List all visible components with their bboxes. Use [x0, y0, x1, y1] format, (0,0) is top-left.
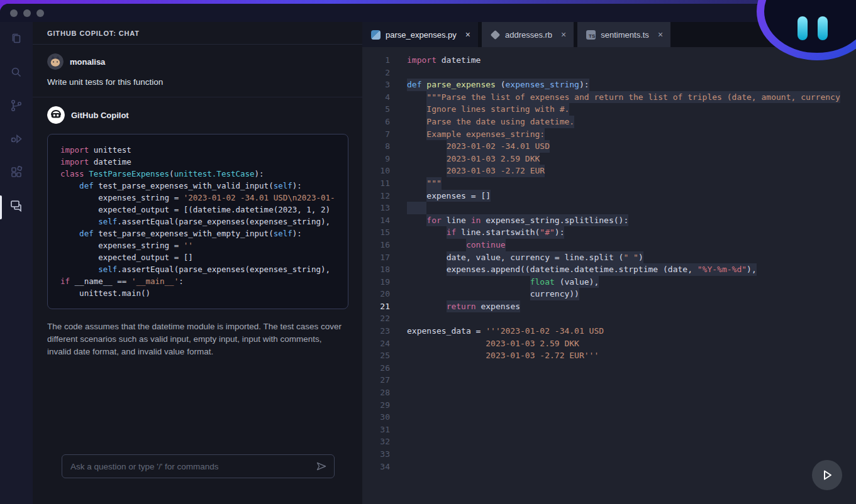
user-avatar — [47, 53, 64, 70]
tab-parse_expenses.py[interactable]: parse_expenses.py× — [362, 22, 478, 47]
tab-addresses.rb[interactable]: addresses.rb× — [482, 22, 574, 47]
editor-area: parse_expenses.py×addresses.rb×TSsentime… — [362, 22, 856, 504]
code-line: 3def parse_expenses (expenses_string): — [362, 79, 856, 91]
python-file-icon — [371, 30, 381, 40]
code-line: 28 — [362, 386, 856, 399]
line-number: 17 — [362, 251, 390, 264]
code-line: 20 currency)) — [362, 288, 856, 300]
git-branch-icon — [9, 98, 24, 113]
window-control-minimize[interactable] — [23, 9, 31, 17]
line-number: 13 — [362, 202, 390, 214]
tab-label: sentiments.ts — [601, 30, 649, 40]
chat-input[interactable] — [62, 454, 335, 478]
line-number: 33 — [362, 448, 390, 461]
assistant-explanation: The code assumes that the datetime modul… — [47, 320, 347, 358]
line-number: 14 — [362, 214, 390, 227]
code-line: class TestParseExpenses(unittest.TestCas… — [60, 168, 348, 180]
sidebar-item-explorer[interactable] — [8, 30, 25, 48]
sidebar-item-copilot-chat[interactable] — [8, 197, 25, 214]
code-line: 24 2023-01-03 2.59 DKK — [362, 337, 856, 350]
line-number: 26 — [362, 362, 390, 375]
chat-panel-header: GITHUB COPILOT: CHAT — [33, 22, 362, 45]
code-line: expenses_string = '' — [60, 239, 348, 251]
line-number: 34 — [362, 461, 390, 473]
line-number: 29 — [362, 399, 390, 412]
copilot-avatar — [47, 106, 65, 124]
tab-close-icon[interactable]: × — [561, 30, 566, 40]
active-view-indicator — [0, 195, 2, 219]
code-line: import unittest — [60, 144, 348, 156]
editor-tab-bar: parse_expenses.py×addresses.rb×TSsentime… — [362, 22, 856, 47]
tab-sentiments.ts[interactable]: TSsentiments.ts× — [577, 22, 670, 47]
code-line: 15 if line.startswith("#"): — [362, 226, 856, 239]
line-number: 2 — [362, 67, 390, 79]
window-control-close[interactable] — [10, 9, 18, 17]
code-line: 7 Example expenses_string: — [362, 128, 856, 141]
line-number: 21 — [362, 300, 390, 313]
line-number: 19 — [362, 276, 390, 288]
code-line: 6 Parse the date using datetime. — [362, 116, 856, 128]
search-icon — [9, 65, 24, 80]
line-number: 6 — [362, 116, 390, 128]
code-line: 27 — [362, 374, 856, 386]
user-message-text: Write unit tests for this function — [47, 77, 348, 87]
code-line: 19 float (value), — [362, 276, 856, 288]
code-line: 1import datetime — [362, 54, 856, 67]
ruby-file-icon — [491, 30, 501, 40]
sidebar-item-run-debug[interactable] — [8, 130, 25, 148]
send-icon[interactable] — [316, 461, 327, 472]
code-line: if __name__ == '__main__': — [60, 275, 348, 287]
line-number: 1 — [362, 54, 390, 67]
line-number: 20 — [362, 288, 390, 300]
code-line: 33 — [362, 448, 856, 461]
line-number: 16 — [362, 239, 390, 251]
sidebar-item-extensions[interactable] — [8, 163, 25, 181]
code-line: 11 """ — [362, 177, 856, 190]
line-number: 18 — [362, 263, 390, 276]
code-line: 4 """Parse the list of expenses and retu… — [362, 91, 856, 104]
code-line: expected_output = [(datetime.datetime(20… — [60, 204, 348, 216]
window-control-maximize[interactable] — [36, 9, 44, 17]
code-line: import datetime — [60, 156, 348, 168]
debug-icon — [9, 131, 24, 146]
line-number: 25 — [362, 349, 390, 362]
app-window: GITHUB COPILOT: CHAT monalisa Write unit… — [0, 4, 856, 504]
sidebar-item-source-control[interactable] — [8, 97, 25, 114]
code-line: 9 2023-01-03 2.59 DKK — [362, 153, 856, 165]
code-line: 14 for line in expenses_string.splitline… — [362, 214, 856, 227]
copilot-chat-panel: GITHUB COPILOT: CHAT monalisa Write unit… — [33, 22, 362, 504]
tab-label: addresses.rb — [505, 30, 552, 40]
play-button[interactable] — [812, 460, 842, 490]
assistant-message: GitHub Copilot import unittestimport dat… — [33, 97, 362, 504]
line-number: 24 — [362, 337, 390, 350]
chat-icon — [9, 198, 24, 213]
line-number: 8 — [362, 140, 390, 153]
line-number: 28 — [362, 386, 390, 399]
code-line: 8 2023-01-02 -34.01 USD — [362, 140, 856, 153]
extensions-icon — [9, 165, 24, 180]
line-number: 12 — [362, 190, 390, 202]
title-bar — [0, 4, 856, 22]
code-line: 32 — [362, 436, 856, 448]
sidebar-item-search[interactable] — [8, 63, 25, 81]
line-number: 31 — [362, 424, 390, 436]
line-number: 9 — [362, 153, 390, 165]
code-line: expenses_string = '2023-01-02 -34.01 USD… — [60, 192, 348, 204]
code-line: def test_parse_expenses_with_empty_input… — [60, 227, 348, 239]
tab-close-icon[interactable]: × — [465, 30, 470, 40]
files-icon — [9, 31, 24, 47]
tab-close-icon[interactable]: × — [658, 30, 663, 40]
code-line: 34 — [362, 461, 856, 473]
line-number: 27 — [362, 374, 390, 386]
code-line: def test_parse_expenses_with_valid_input… — [60, 180, 348, 192]
line-number: 11 — [362, 177, 390, 190]
code-line: 25 2023-01-03 -2.72 EUR''' — [362, 349, 856, 362]
user-message: monalisa Write unit tests for this funct… — [33, 45, 362, 97]
code-line: 2 — [362, 67, 856, 79]
line-number: 32 — [362, 436, 390, 448]
code-line: 23expenses_data = '''2023-01-02 -34.01 U… — [362, 325, 856, 337]
line-number: 23 — [362, 325, 390, 337]
code-line: 31 — [362, 424, 856, 436]
code-editor[interactable]: 1import datetime23def parse_expenses (ex… — [362, 47, 856, 504]
line-number: 30 — [362, 411, 390, 424]
